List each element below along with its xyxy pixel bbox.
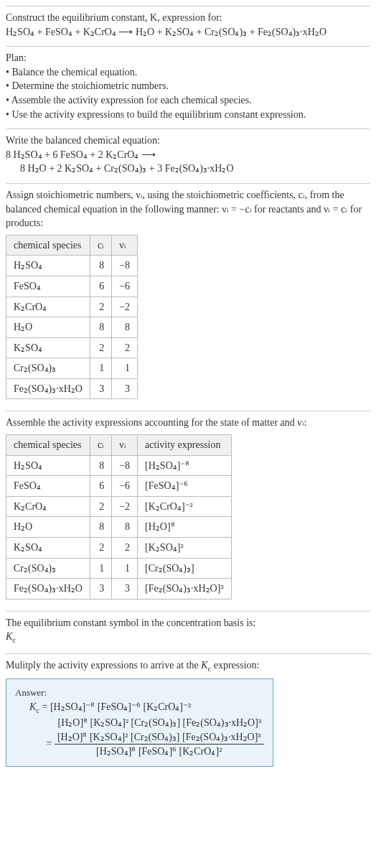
cell-species: H₂SO₄ — [6, 256, 90, 276]
intro-section: Construct the equilibrium constant, K, e… — [6, 6, 370, 46]
cell-ci: 8 — [90, 455, 111, 476]
answer-kc-prefix: Kc = — [29, 701, 50, 712]
col-species: chemical species — [6, 435, 90, 456]
table-row: K₂SO₄22[K₂SO₄]² — [6, 538, 232, 559]
cell-expr: [K₂SO₄]² — [138, 538, 231, 559]
answer-eq: = — [47, 738, 55, 749]
cell-species: K₂SO₄ — [6, 538, 90, 559]
cell-species: K₂SO₄ — [6, 337, 90, 358]
cell-vi: 2 — [112, 538, 138, 559]
col-vi: νᵢ — [112, 235, 138, 256]
cell-expr: [FeSO₄]⁻⁶ — [138, 476, 231, 497]
cell-species: H₂O — [6, 317, 90, 338]
cell-vi: 8 — [112, 317, 138, 338]
cell-expr: [Fe₂(SO₄)₃·xH₂O]³ — [138, 579, 231, 599]
table-row: Cr₂(SO₄)₃11[Cr₂(SO₄)₃] — [6, 558, 232, 579]
col-expr: activity expression — [138, 435, 231, 456]
table-header-row: chemical species cᵢ νᵢ activity expressi… — [6, 435, 232, 456]
answer-body: Kc = [H₂SO₄]⁻⁸ [FeSO₄]⁻⁶ [K₂CrO₄]⁻² [H₂O… — [15, 700, 264, 759]
cell-expr: [H₂SO₄]⁻⁸ — [138, 455, 231, 476]
cell-ci: 8 — [90, 256, 111, 276]
cell-species: H₂O — [6, 517, 90, 538]
table-row: K₂SO₄22 — [6, 337, 138, 358]
table-row: H₂SO₄8−8[H₂SO₄]⁻⁸ — [6, 455, 232, 476]
cell-expr: [H₂O]⁸ — [138, 517, 231, 538]
cell-ci: 3 — [90, 579, 111, 599]
multiply-section: Mulitply the activity expressions to arr… — [6, 653, 370, 774]
cell-vi: −2 — [112, 496, 138, 517]
answer-label: Answer: — [15, 686, 264, 699]
table-row: Fe₂(SO₄)₃·xH₂O33[Fe₂(SO₄)₃·xH₂O]³ — [6, 579, 232, 599]
cell-species: K₂CrO₄ — [6, 496, 90, 517]
table-row: H₂SO₄8−8 — [6, 256, 138, 276]
cell-vi: 3 — [112, 378, 138, 399]
table-row: Cr₂(SO₄)₃11 — [6, 358, 138, 379]
table-row: H₂O88[H₂O]⁸ — [6, 517, 232, 538]
cell-ci: 2 — [90, 297, 111, 317]
table-row: H₂O88 — [6, 317, 138, 338]
cell-ci: 1 — [90, 358, 111, 379]
cell-vi: −6 — [112, 476, 138, 497]
table-row: K₂CrO₄2−2 — [6, 297, 138, 317]
symbol-section: The equilibrium constant symbol in the c… — [6, 611, 370, 653]
cell-expr: [Cr₂(SO₄)₃] — [138, 558, 231, 579]
cell-vi: −6 — [112, 276, 138, 297]
cell-ci: 8 — [90, 317, 111, 338]
intro-equation: H₂SO₄ + FeSO₄ + K₂CrO₄ ⟶ H₂O + K₂SO₄ + C… — [6, 25, 370, 39]
cell-ci: 2 — [90, 496, 111, 517]
table-row: Fe₂(SO₄)₃·xH₂O33 — [6, 378, 138, 399]
cell-ci: 3 — [90, 378, 111, 399]
intro-line1: Construct the equilibrium constant, K, e… — [6, 11, 370, 25]
balanced-line2: 8 H₂O + 2 K₂SO₄ + Cr₂(SO₄)₃ + 3 Fe₂(SO₄)… — [6, 162, 370, 176]
assign-section: Assign stoichiometric numbers, νᵢ, using… — [6, 183, 370, 411]
balanced-heading: Write the balanced chemical equation: — [6, 134, 370, 148]
col-ci: cᵢ — [90, 235, 111, 256]
answer-part1: [H₂SO₄]⁻⁸ [FeSO₄]⁻⁶ [K₂CrO₄]⁻² — [50, 701, 191, 712]
multiply-line1: Mulitply the activity expressions to arr… — [6, 658, 370, 674]
answer-fraction: [H₂O]⁸ [K₂SO₄]² [Cr₂(SO₄)₃] [Fe₂(SO₄)₃·x… — [55, 730, 264, 759]
plan-item: • Use the activity expressions to build … — [6, 108, 370, 122]
cell-vi: −8 — [112, 455, 138, 476]
plan-item: • Assemble the activity expression for e… — [6, 93, 370, 108]
cell-species: FeSO₄ — [6, 276, 90, 297]
cell-vi: −8 — [112, 256, 138, 276]
cell-ci: 2 — [90, 337, 111, 358]
answer-part2: [H₂O]⁸ [K₂SO₄]² [Cr₂(SO₄)₃] [Fe₂(SO₄)₃·x… — [58, 717, 262, 728]
table-row: FeSO₄6−6[FeSO₄]⁻⁶ — [6, 476, 232, 497]
cell-species: Fe₂(SO₄)₃·xH₂O — [6, 579, 90, 599]
answer-frac-num: [H₂O]⁸ [K₂SO₄]² [Cr₂(SO₄)₃] [Fe₂(SO₄)₃·x… — [55, 730, 264, 745]
cell-species: Cr₂(SO₄)₃ — [6, 358, 90, 379]
cell-vi: 1 — [112, 358, 138, 379]
activity-table: chemical species cᵢ νᵢ activity expressi… — [6, 434, 232, 599]
cell-species: Cr₂(SO₄)₃ — [6, 558, 90, 579]
cell-ci: 2 — [90, 538, 111, 559]
cell-ci: 8 — [90, 517, 111, 538]
cell-species: H₂SO₄ — [6, 455, 90, 476]
plan-item: • Balance the chemical equation. — [6, 65, 370, 80]
cell-ci: 1 — [90, 558, 111, 579]
table-row: FeSO₄6−6 — [6, 276, 138, 297]
cell-vi: 3 — [112, 579, 138, 599]
plan-section: Plan: • Balance the chemical equation. •… — [6, 46, 370, 129]
plan-item: • Determine the stoichiometric numbers. — [6, 79, 370, 93]
table-header-row: chemical species cᵢ νᵢ — [6, 235, 138, 256]
table-row: K₂CrO₄2−2[K₂CrO₄]⁻² — [6, 496, 232, 517]
cell-vi: 8 — [112, 517, 138, 538]
symbol-line1: The equilibrium constant symbol in the c… — [6, 616, 370, 630]
answer-box: Answer: Kc = [H₂SO₄]⁻⁸ [FeSO₄]⁻⁶ [K₂CrO₄… — [6, 678, 273, 766]
cell-ci: 6 — [90, 276, 111, 297]
cell-vi: 1 — [112, 558, 138, 579]
answer-frac-den: [H₂SO₄]⁸ [FeSO₄]⁶ [K₂CrO₄]² — [55, 744, 264, 759]
symbol-kc: Kc — [6, 630, 370, 645]
cell-expr: [K₂CrO₄]⁻² — [138, 496, 231, 517]
balanced-section: Write the balanced chemical equation: 8 … — [6, 129, 370, 183]
cell-species: K₂CrO₄ — [6, 297, 90, 317]
activity-paragraph: Assemble the activity expressions accoun… — [6, 416, 370, 430]
cell-species: Fe₂(SO₄)₃·xH₂O — [6, 378, 90, 399]
cell-vi: 2 — [112, 337, 138, 358]
plan-heading: Plan: — [6, 51, 370, 65]
cell-vi: −2 — [112, 297, 138, 317]
stoich-table: chemical species cᵢ νᵢ H₂SO₄8−8 FeSO₄6−6… — [6, 235, 138, 400]
assign-paragraph: Assign stoichiometric numbers, νᵢ, using… — [6, 188, 370, 230]
cell-ci: 6 — [90, 476, 111, 497]
